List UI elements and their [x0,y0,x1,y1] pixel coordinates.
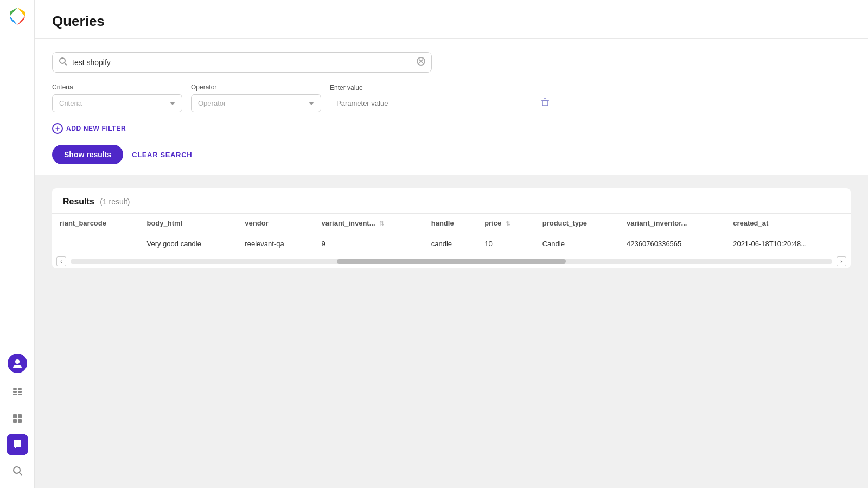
page-title: Queries [52,13,851,30]
table-scroll-left-button[interactable]: ‹ [56,256,66,266]
operator-select[interactable]: Operator [191,94,321,112]
col-variant-inventory[interactable]: variant_invent... ⇅ [314,214,424,233]
table-scroll-bar[interactable] [71,259,832,264]
svg-rect-5 [18,391,22,393]
app-logo [8,7,27,26]
search-clear-button[interactable] [417,57,425,68]
operator-label: Operator [191,84,321,91]
results-table-wrap: riant_barcode body_html vendor variant_i… [52,214,851,268]
svg-rect-6 [18,394,22,395]
svg-rect-1 [13,388,17,390]
page-header: Queries [35,0,868,39]
search-icon [59,57,67,68]
svg-rect-2 [13,391,17,393]
value-input-wrap [330,95,550,112]
sort-icon-variant-inventory: ⇅ [379,220,384,227]
svg-line-14 [65,63,67,65]
col-body-html: body_html [139,214,237,233]
results-section: Results (1 result) riant_barcode body_ht… [35,175,868,488]
cell-price: 10 [477,233,535,255]
sort-icon-price: ⇅ [506,220,510,227]
col-price[interactable]: price ⇅ [477,214,535,233]
results-card: Results (1 result) riant_barcode body_ht… [52,188,851,268]
add-filter-row[interactable]: + ADD NEW FILTER [52,123,851,134]
criteria-select[interactable]: Criteria [52,94,182,112]
results-header: Results (1 result) [52,188,851,214]
search-area: Criteria Criteria Operator Operator Ente… [35,39,868,175]
value-label: Enter value [330,84,550,92]
clear-search-button[interactable]: CLEAR SEARCH [132,151,192,159]
show-results-button[interactable]: Show results [52,145,123,164]
user-avatar-button[interactable] [8,354,27,373]
operator-filter-group: Operator Operator [191,84,321,112]
results-count: (1 result) [100,197,130,206]
svg-point-11 [14,467,20,473]
svg-rect-9 [13,419,17,423]
sidebar-item-layout[interactable] [7,408,28,429]
value-filter-group: Enter value [330,84,550,112]
add-filter-label: ADD NEW FILTER [66,125,126,132]
svg-rect-4 [18,388,22,390]
filter-row: Criteria Criteria Operator Operator Ente… [52,84,851,112]
svg-point-13 [60,58,65,63]
svg-point-0 [15,359,20,364]
cell-variant_inventor2: 42360760336565 [619,233,725,255]
svg-rect-7 [13,414,17,418]
svg-rect-10 [18,419,22,423]
search-bar-container [52,52,432,73]
sidebar-item-search[interactable] [7,460,28,481]
table-header-row: riant_barcode body_html vendor variant_i… [52,214,851,233]
main-content: Queries Criteria [35,0,868,488]
sidebar-item-queries[interactable] [7,434,28,455]
table-scroll-right-button[interactable]: › [837,256,846,266]
delete-filter-button[interactable] [540,98,550,110]
criteria-filter-group: Criteria Criteria [52,84,182,112]
cell-product_type: Candle [535,233,619,255]
cell-created_at: 2021-06-18T10:20:48... [725,233,851,255]
col-variant-barcode: riant_barcode [52,214,139,233]
sidebar-item-dashboard[interactable] [7,382,28,403]
sidebar [0,0,35,488]
svg-line-12 [19,473,22,476]
criteria-label: Criteria [52,84,182,91]
table-row: Very good candlereelevant-qa9candle10Can… [52,233,851,255]
col-created-at: created_at [725,214,851,233]
search-input[interactable] [52,52,432,73]
cell-body_html: Very good candle [139,233,237,255]
cell-handle: candle [424,233,477,255]
table-scroll-row: ‹ › [52,254,851,268]
results-table: riant_barcode body_html vendor variant_i… [52,214,851,254]
cell-variant_barcode [52,233,139,255]
col-vendor: vendor [237,214,314,233]
col-handle: handle [424,214,477,233]
svg-rect-3 [13,394,17,395]
add-filter-icon: + [52,123,63,134]
action-row: Show results CLEAR SEARCH [52,145,851,164]
col-product-type: product_type [535,214,619,233]
svg-rect-8 [18,414,22,418]
results-title: Results [63,197,94,206]
col-variant-inventor2: variant_inventor... [619,214,725,233]
table-scroll-thumb [337,259,565,264]
cell-vendor: reelevant-qa [237,233,314,255]
parameter-value-input[interactable] [330,95,536,112]
cell-variant_inventory: 9 [314,233,424,255]
svg-rect-18 [542,101,548,106]
